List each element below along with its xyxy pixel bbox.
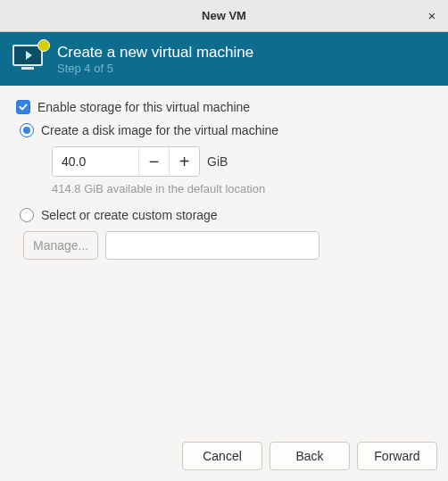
disk-size-row: − + GiB	[52, 146, 432, 177]
manage-button: Manage...	[23, 231, 98, 260]
available-hint: 414.8 GiB available in the default locat…	[52, 182, 432, 195]
disk-size-input[interactable]	[53, 147, 138, 176]
enable-storage-label: Enable storage for this virtual machine	[37, 100, 250, 114]
window-title: New VM	[202, 9, 246, 22]
content-area: Enable storage for this virtual machine …	[0, 86, 448, 431]
back-button[interactable]: Back	[270, 442, 350, 470]
close-icon[interactable]: ×	[423, 7, 441, 25]
header-step: Step 4 of 5	[57, 62, 253, 75]
increment-button[interactable]: +	[169, 147, 199, 176]
disk-size-spinbox: − +	[52, 146, 200, 177]
wizard-header: Create a new virtual machine Step 4 of 5	[0, 32, 448, 86]
custom-storage-radio[interactable]	[20, 208, 34, 222]
size-unit-label: GiB	[207, 154, 228, 169]
custom-storage-label: Select or create custom storage	[41, 208, 218, 222]
create-disk-row[interactable]: Create a disk image for the virtual mach…	[20, 123, 432, 137]
storage-path-input	[105, 231, 319, 260]
cancel-button[interactable]: Cancel	[182, 442, 262, 470]
custom-storage-controls: Manage...	[23, 231, 432, 260]
enable-storage-checkbox[interactable]	[16, 100, 30, 114]
titlebar: New VM ×	[0, 0, 448, 32]
button-bar: Cancel Back Forward	[0, 431, 448, 481]
vm-icon	[12, 45, 46, 73]
enable-storage-row[interactable]: Enable storage for this virtual machine	[16, 100, 432, 114]
header-title: Create a new virtual machine	[57, 44, 253, 62]
decrement-button[interactable]: −	[138, 147, 169, 176]
forward-button[interactable]: Forward	[357, 442, 437, 470]
create-disk-label: Create a disk image for the virtual mach…	[41, 123, 278, 137]
custom-storage-row[interactable]: Select or create custom storage	[20, 208, 432, 222]
create-disk-radio[interactable]	[20, 123, 34, 137]
